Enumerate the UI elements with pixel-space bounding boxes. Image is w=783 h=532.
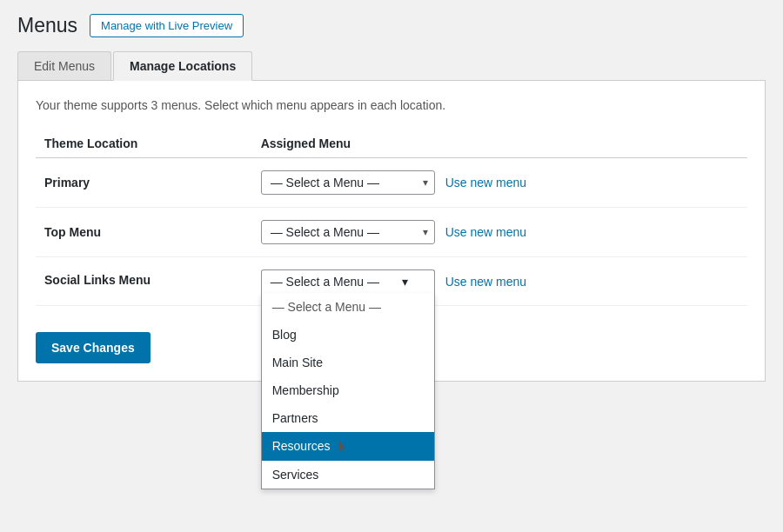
use-new-menu-link-top-menu[interactable]: Use new menu: [445, 225, 526, 239]
content-area: Your theme supports 3 menus. Select whic…: [17, 81, 766, 382]
menu-cell-social-links: — Select a Menu — ▾ — Select a Menu — Bl…: [261, 269, 739, 293]
col-header-menu: Assigned Menu: [252, 130, 747, 158]
dropdown-item-main-site[interactable]: Main Site: [262, 349, 434, 376]
dropdown-item-blog[interactable]: Blog: [262, 321, 434, 349]
page-wrapper: Menus Manage with Live Preview Edit Menu…: [0, 0, 783, 532]
use-new-menu-link-primary[interactable]: Use new menu: [445, 176, 526, 190]
locations-table: Theme Location Assigned Menu Primary — S…: [36, 130, 747, 306]
page-title: Menus: [17, 14, 77, 37]
svg-marker-0: [339, 441, 345, 453]
select-wrapper-top-menu: — Select a Menu — Blog Main Site Members…: [261, 220, 435, 244]
menu-select-top-menu[interactable]: — Select a Menu — Blog Main Site Members…: [261, 220, 435, 244]
location-name-top-menu: Top Menu: [44, 225, 101, 239]
page-description: Your theme supports 3 menus. Select whic…: [36, 98, 747, 112]
menu-select-primary[interactable]: — Select a Menu — Blog Main Site Members…: [261, 170, 435, 195]
dropdown-item-partners[interactable]: Partners: [262, 404, 434, 432]
select-display-social-links[interactable]: — Select a Menu — ▾: [261, 269, 435, 293]
cursor-icon: [338, 440, 346, 454]
page-header: Menus Manage with Live Preview: [17, 14, 766, 37]
dropdown-item-membership[interactable]: Membership: [262, 376, 434, 404]
tab-manage-locations[interactable]: Manage Locations: [113, 51, 252, 81]
col-header-location: Theme Location: [36, 130, 252, 158]
select-wrapper-primary: — Select a Menu — Blog Main Site Members…: [261, 170, 435, 195]
select-display-text: — Select a Menu —: [271, 275, 379, 289]
table-row: Social Links Menu — Select a Menu — ▾: [36, 257, 747, 306]
table-row: Top Menu — Select a Menu — Blog Main Sit…: [36, 208, 747, 257]
chevron-down-icon: ▾: [402, 275, 408, 289]
table-row: Primary — Select a Menu — Blog Main Site…: [36, 158, 747, 208]
tabs-bar: Edit Menus Manage Locations: [17, 51, 766, 81]
use-new-menu-link-social-links[interactable]: Use new menu: [445, 275, 526, 289]
menu-cell-top-menu: — Select a Menu — Blog Main Site Members…: [261, 220, 739, 244]
dropdown-item-resources[interactable]: Resources: [262, 432, 434, 461]
location-name-primary: Primary: [44, 176, 90, 190]
save-changes-button[interactable]: Save Changes: [36, 332, 151, 363]
dropdown-item-services[interactable]: Services: [262, 461, 434, 489]
dropdown-item-placeholder[interactable]: — Select a Menu —: [262, 293, 434, 321]
tab-edit-menus[interactable]: Edit Menus: [17, 51, 111, 80]
dropdown-wrapper-social-links: — Select a Menu — ▾ — Select a Menu — Bl…: [261, 269, 435, 293]
live-preview-button[interactable]: Manage with Live Preview: [90, 14, 244, 37]
location-name-social-links: Social Links Menu: [44, 273, 151, 287]
dropdown-list-social-links: — Select a Menu — Blog Main Site Members…: [261, 293, 435, 489]
menu-cell-primary: — Select a Menu — Blog Main Site Members…: [261, 170, 739, 195]
